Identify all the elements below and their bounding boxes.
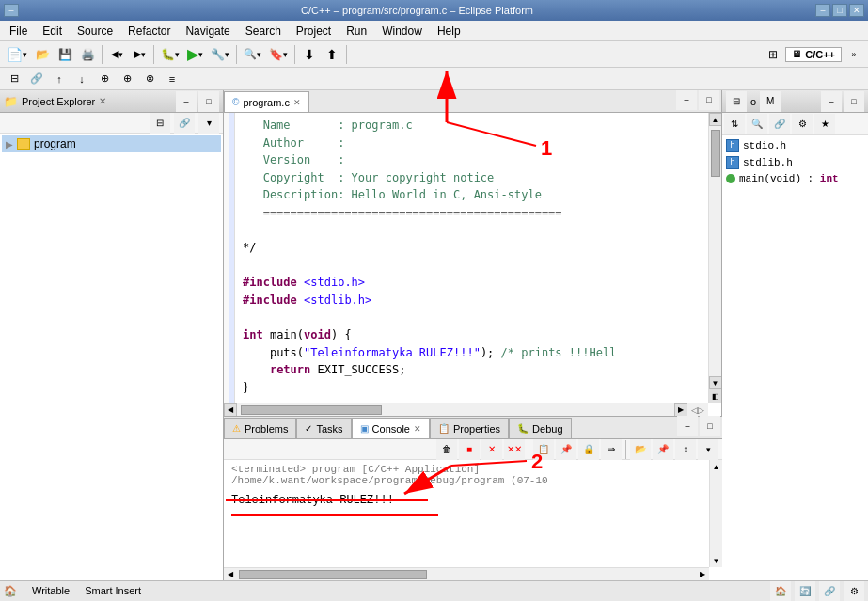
console-clear-btn[interactable]: 🗑 [436,439,457,460]
tab-close-icon[interactable]: ✕ [293,98,301,107]
scroll-thumb-vertical[interactable] [711,130,720,177]
console-word-wrap-btn[interactable]: ⇒ [601,439,622,460]
fwd-btn[interactable]: ▶▾ [129,44,150,65]
maximize-project-btn[interactable]: □ [198,91,219,112]
status-btn1[interactable]: 🏠 [770,581,791,602]
console-vertical-scrollbar[interactable]: ▲ ▼ [709,460,722,567]
tab-debug[interactable]: 🐛 Debug [509,418,571,438]
bottom-maximize-btn[interactable]: □ [700,416,720,436]
console-paste-btn[interactable]: 📌 [556,439,576,460]
run-btn[interactable]: ▶▾ [184,44,206,65]
tab-console[interactable]: ▣ Console ✕ [352,418,430,438]
back-btn[interactable]: ◀▾ [106,44,127,65]
open-btn[interactable]: 📂 [32,44,53,65]
window-minimize-btn2[interactable]: – [815,4,830,17]
status-btn3[interactable]: 🔗 [819,581,840,602]
console-stop-btn[interactable]: ■ [459,439,480,460]
outline-item-stdio[interactable]: h stdio.h [724,137,866,154]
cpp-perspective-label[interactable]: 🖥 C/C++ [785,47,842,62]
scroll-down-arrow[interactable]: ▼ [709,376,722,389]
outline-minimize-btn[interactable]: – [821,91,842,112]
menu-search[interactable]: Search [238,23,289,40]
new-btn[interactable]: 📄▾ [4,44,30,65]
prev-annotation-btn[interactable]: ⬆ [322,44,342,65]
console-pin-btn[interactable]: 📌 [653,439,673,460]
ext-tools-btn[interactable]: 🔧▾ [208,44,232,65]
toolbar2-btn6[interactable]: ⊕ [117,69,137,89]
console-scroll-down[interactable]: ▼ [710,554,723,567]
window-close-btn[interactable]: ✕ [849,4,864,17]
outline-item-stdlib[interactable]: h stdlib.h [724,154,866,171]
scroll-thumb-horizontal[interactable] [241,405,382,415]
link-project-btn[interactable]: 🔗 [174,113,195,134]
console-terminate-btn[interactable]: ✕ [481,439,502,460]
debug-btn[interactable]: 🐛▾ [158,44,182,65]
console-tab-close[interactable]: ✕ [414,424,421,434]
outline-icon2[interactable]: M [760,91,781,112]
outline-maximize-btn[interactable]: □ [844,91,864,112]
perspectives-btn[interactable]: ⊞ [763,44,783,65]
window-maximize-btn[interactable]: □ [832,4,847,17]
menu-help[interactable]: Help [430,23,468,40]
tab-tasks[interactable]: ✓ Tasks [296,418,351,438]
console-copy-btn[interactable]: 📋 [533,439,554,460]
console-hscroll-left[interactable]: ◀ [224,568,237,581]
outline-settings-btn[interactable]: ⚙ [792,114,813,134]
menu-navigate[interactable]: Navigate [178,23,237,40]
scroll-right-arrow[interactable]: ▶ [674,403,687,417]
menu-edit[interactable]: Edit [35,23,70,40]
menu-window[interactable]: Window [374,23,430,40]
menu-run[interactable]: Run [339,23,374,40]
outline-sort-btn[interactable]: ⇅ [724,114,745,134]
bookmark-btn[interactable]: 🔖▾ [266,44,291,65]
collapse-tree-btn[interactable]: ⊟ [150,113,170,134]
link-editor-btn[interactable]: 🔗 [26,69,47,89]
console-hscroll-right[interactable]: ▶ [696,568,709,581]
code-editor[interactable]: Name : program.c Author : Version : Copy… [235,113,708,403]
menu-refactor[interactable]: Refactor [120,23,178,40]
editor-vertical-scrollbar[interactable]: ▲ ▼ ◧ [708,113,721,403]
menu-source[interactable]: Source [70,23,120,40]
console-menu-btn[interactable]: ▾ [698,439,718,460]
toolbar2-btn4[interactable]: ↓ [71,69,92,89]
toolbar2-btn5[interactable]: ⊕ [94,69,115,89]
save-btn[interactable]: 💾 [55,44,75,65]
scroll-left-arrow[interactable]: ◀ [224,403,237,417]
window-minimize-btn[interactable]: – [4,4,19,17]
outline-item-main[interactable]: main(void) : int [724,171,866,186]
status-btn2[interactable]: 🔄 [795,581,815,602]
console-scroll-lock-btn[interactable]: 🔒 [578,439,599,460]
editor-tab-program-c[interactable]: © program.c ✕ [224,91,309,112]
console-switch-btn[interactable]: ↕ [675,439,696,460]
editor-maximize-btn[interactable]: □ [699,90,719,110]
scroll-up-arrow[interactable]: ▲ [709,113,722,126]
bottom-minimize-btn[interactable]: – [677,416,698,436]
outline-filter-btn[interactable]: 🔍 [747,114,767,134]
more-perspectives-btn[interactable]: » [844,44,864,65]
print-btn[interactable]: 🖨️ [77,44,98,65]
outline-star-btn[interactable]: ★ [814,114,835,134]
console-terminate2-btn[interactable]: ✕✕ [504,439,525,460]
tab-problems[interactable]: ⚠ Problems [224,418,296,438]
project-item-program[interactable]: ▶ program [2,135,221,152]
search-ref-btn[interactable]: 🔍▾ [241,44,264,65]
toolbar2-btn3[interactable]: ↑ [49,69,70,89]
editor-horizontal-scrollbar[interactable]: ◀ ▶ ◁▷ [224,403,708,416]
console-hscroll-thumb[interactable] [239,570,427,579]
toolbar2-btn8[interactable]: ≡ [162,69,182,89]
outline-link-btn[interactable]: 🔗 [769,114,790,134]
minimize-project-btn[interactable]: – [176,91,197,112]
collapse-all-btn[interactable]: ⊟ [4,69,24,89]
console-open-btn[interactable]: 📂 [630,439,651,460]
menu-project[interactable]: Project [289,23,339,40]
next-annotation-btn[interactable]: ⬇ [299,44,320,65]
tab-properties[interactable]: 📋 Properties [430,418,509,438]
project-menu-btn[interactable]: ▾ [198,113,219,134]
status-btn4[interactable]: ⚙ [844,581,864,602]
console-scroll-up[interactable]: ▲ [710,460,723,473]
console-horizontal-scrollbar[interactable]: ◀ ▶ [224,567,709,580]
editor-minimize-btn[interactable]: – [676,90,697,110]
toolbar2-btn7[interactable]: ⊗ [139,69,160,89]
menu-file[interactable]: File [2,23,35,40]
outline-icon1[interactable]: ⊟ [726,91,747,112]
